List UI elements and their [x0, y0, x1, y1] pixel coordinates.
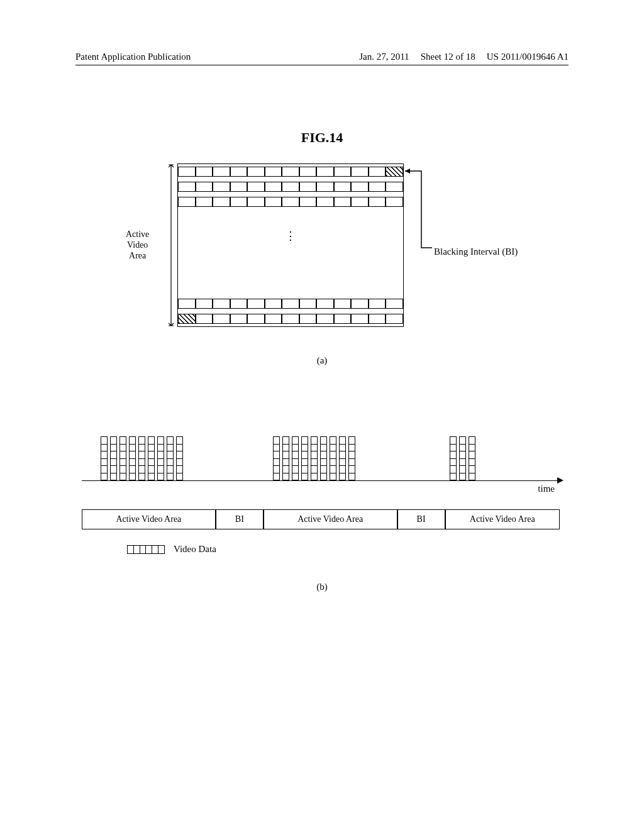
interval-row: Active Video Area BI Active Video Area B…: [82, 509, 560, 529]
grid-row: [178, 314, 403, 324]
interval-cell: Active Video Area: [82, 509, 216, 529]
sub-label-a: (a): [0, 355, 644, 366]
active-video-area-label: Active Video Area: [126, 230, 149, 261]
interval-cell: BI: [397, 509, 445, 529]
svg-marker-0: [405, 169, 410, 174]
bar-group: [273, 436, 355, 480]
header-date: Jan. 27, 2011: [359, 52, 409, 62]
video-frame-grid: ⋮: [177, 163, 404, 327]
legend-swatch-icon: [127, 545, 165, 554]
bar-group: [450, 436, 475, 480]
interval-cell: Active Video Area: [264, 509, 397, 529]
figure-b: time Active Video Area BI Active Video A…: [82, 421, 560, 481]
header-left: Patent Application Publication: [75, 52, 191, 62]
interval-cell: Active Video Area: [445, 509, 560, 529]
timeline: time: [82, 421, 560, 481]
figure-title: FIG.14: [0, 130, 644, 146]
legend: Video Data: [127, 544, 216, 555]
header-sheet: Sheet 12 of 18: [421, 52, 475, 62]
interval-cell: BI: [216, 509, 264, 529]
header-pubno: US 2011/0019646 A1: [487, 52, 569, 62]
hatched-cell: [386, 167, 403, 177]
bar-group: [101, 436, 183, 480]
sub-label-b: (b): [0, 582, 644, 592]
grid-row: [178, 167, 403, 177]
header-rule: [75, 65, 569, 65]
hatched-cell: [178, 314, 196, 324]
blanking-interval-label: Blacking Interval (BI): [434, 246, 518, 257]
grid-row: [178, 197, 403, 207]
ellipsis-icon: ⋮: [285, 233, 296, 238]
grid-row: [178, 299, 403, 309]
time-axis-label: time: [538, 484, 555, 494]
arrow-right-icon: [557, 477, 564, 484]
legend-label: Video Data: [174, 544, 216, 555]
grid-row: [178, 182, 403, 192]
bracket-icon: [169, 163, 175, 327]
figure-a: Active Video Area ⋮ Blacking Interval (B…: [132, 163, 503, 327]
